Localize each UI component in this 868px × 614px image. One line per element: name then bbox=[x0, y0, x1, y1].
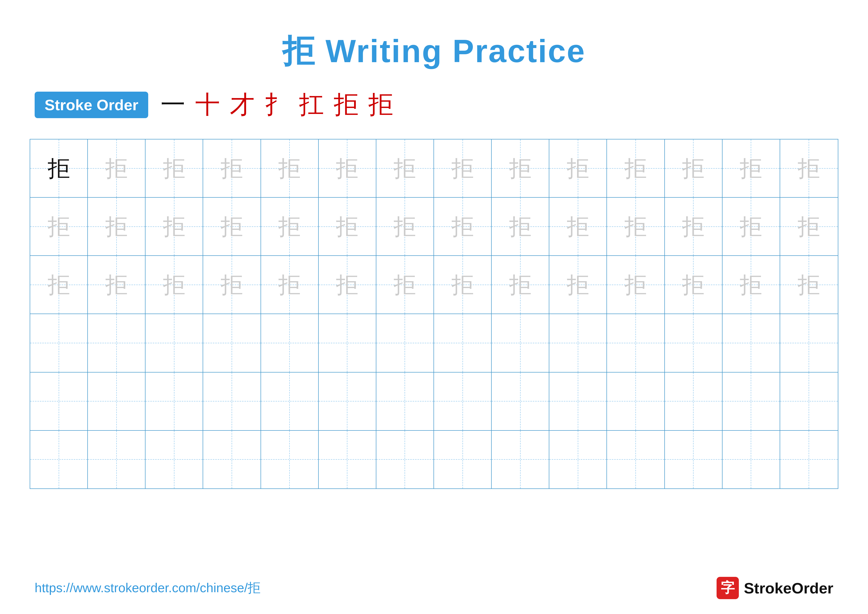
footer-url: https://www.strokeorder.com/chinese/拒 bbox=[35, 579, 260, 597]
footer: https://www.strokeorder.com/chinese/拒 字 … bbox=[35, 577, 833, 599]
grid-cell[interactable]: 拒 bbox=[377, 373, 434, 430]
grid-cell[interactable]: 拒 bbox=[319, 197, 377, 255]
grid-cell[interactable]: 拒 bbox=[665, 314, 722, 372]
grid-row-3: 拒 拒 拒 拒 拒 拒 拒 拒 拒 拒 拒 拒 拒 拒 bbox=[30, 256, 838, 314]
grid-cell[interactable]: 拒 bbox=[607, 431, 665, 488]
grid-cell[interactable]: 拒 bbox=[434, 140, 491, 197]
stroke-6: 拒 bbox=[334, 88, 358, 121]
grid-row-6: 拒 拒 拒 拒 拒 拒 拒 拒 拒 拒 拒 拒 拒 拒 bbox=[30, 431, 838, 488]
grid-cell[interactable]: 拒 bbox=[491, 256, 549, 314]
grid-cell[interactable]: 拒 bbox=[780, 314, 838, 372]
grid-cell[interactable]: 拒 bbox=[319, 314, 377, 372]
grid-cell[interactable]: 拒 bbox=[780, 431, 838, 488]
grid-cell[interactable]: 拒 bbox=[549, 314, 607, 372]
stroke-2: 十 bbox=[195, 88, 220, 121]
grid-cell[interactable]: 拒 bbox=[30, 373, 88, 430]
grid-cell[interactable]: 拒 bbox=[203, 373, 261, 430]
grid-cell[interactable]: 拒 bbox=[261, 140, 319, 197]
grid-cell[interactable]: 拒 bbox=[607, 256, 665, 314]
grid-cell[interactable]: 拒 bbox=[491, 431, 549, 488]
grid-cell[interactable]: 拒 bbox=[722, 140, 780, 197]
grid-cell[interactable]: 拒 bbox=[377, 256, 434, 314]
grid-cell[interactable]: 拒 bbox=[319, 431, 377, 488]
grid-cell[interactable]: 拒 bbox=[491, 373, 549, 430]
grid-row-5: 拒 拒 拒 拒 拒 拒 拒 拒 拒 拒 拒 拒 拒 拒 bbox=[30, 373, 838, 431]
grid-cell[interactable]: 拒 bbox=[722, 431, 780, 488]
grid-cell[interactable]: 拒 bbox=[780, 256, 838, 314]
grid-cell[interactable]: 拒 bbox=[665, 373, 722, 430]
grid-cell[interactable]: 拒 bbox=[146, 314, 203, 372]
grid-cell[interactable]: 拒 bbox=[319, 140, 377, 197]
grid-cell[interactable]: 拒 bbox=[722, 314, 780, 372]
grid-cell[interactable]: 拒 bbox=[549, 431, 607, 488]
grid-cell[interactable]: 拒 bbox=[146, 140, 203, 197]
grid-cell[interactable]: 拒 bbox=[434, 256, 491, 314]
grid-cell[interactable]: 拒 bbox=[146, 431, 203, 488]
grid-cell[interactable]: 拒 bbox=[88, 140, 146, 197]
grid-cell[interactable]: 拒 bbox=[434, 197, 491, 255]
grid-cell[interactable]: 拒 bbox=[203, 314, 261, 372]
grid-cell[interactable]: 拒 bbox=[203, 256, 261, 314]
grid-cell[interactable]: 拒 bbox=[30, 314, 88, 372]
grid-cell[interactable]: 拒 bbox=[665, 431, 722, 488]
grid-cell[interactable]: 拒 bbox=[30, 256, 88, 314]
grid-cell[interactable]: 拒 bbox=[88, 373, 146, 430]
grid-cell[interactable]: 拒 bbox=[319, 373, 377, 430]
grid-cell[interactable]: 拒 bbox=[722, 373, 780, 430]
grid-cell[interactable]: 拒 bbox=[780, 373, 838, 430]
stroke-7: 拒 bbox=[369, 88, 393, 121]
grid-cell[interactable]: 拒 bbox=[261, 314, 319, 372]
grid-cell[interactable]: 拒 bbox=[491, 140, 549, 197]
grid-cell[interactable]: 拒 bbox=[30, 197, 88, 255]
grid-cell[interactable]: 拒 bbox=[377, 140, 434, 197]
grid-row-4: 拒 拒 拒 拒 拒 拒 拒 拒 拒 拒 拒 拒 拒 拒 bbox=[30, 314, 838, 372]
grid-cell[interactable]: 拒 bbox=[88, 431, 146, 488]
grid-cell[interactable]: 拒 bbox=[665, 256, 722, 314]
grid-cell[interactable]: 拒 bbox=[146, 197, 203, 255]
grid-cell[interactable]: 拒 bbox=[377, 197, 434, 255]
grid-cell[interactable]: 拒 bbox=[146, 256, 203, 314]
grid-cell[interactable]: 拒 bbox=[607, 373, 665, 430]
grid-cell[interactable]: 拒 bbox=[261, 431, 319, 488]
grid-cell[interactable]: 拒 bbox=[549, 140, 607, 197]
grid-cell[interactable]: 拒 bbox=[722, 197, 780, 255]
grid-row-2: 拒 拒 拒 拒 拒 拒 拒 拒 拒 拒 拒 拒 拒 拒 bbox=[30, 197, 838, 256]
practice-grid: 拒 拒 拒 拒 拒 拒 拒 拒 拒 拒 拒 拒 拒 拒 拒 拒 拒 拒 拒 拒 … bbox=[30, 139, 838, 489]
grid-cell[interactable]: 拒 bbox=[88, 197, 146, 255]
grid-cell[interactable]: 拒 bbox=[146, 373, 203, 430]
grid-cell[interactable]: 拒 bbox=[30, 431, 88, 488]
grid-cell[interactable]: 拒 bbox=[88, 256, 146, 314]
grid-cell[interactable]: 拒 bbox=[607, 140, 665, 197]
grid-cell[interactable]: 拒 bbox=[261, 197, 319, 255]
grid-cell[interactable]: 拒 bbox=[203, 431, 261, 488]
grid-cell[interactable]: 拒 bbox=[203, 140, 261, 197]
grid-cell[interactable]: 拒 bbox=[319, 256, 377, 314]
grid-row-1: 拒 拒 拒 拒 拒 拒 拒 拒 拒 拒 拒 拒 拒 拒 bbox=[30, 140, 838, 197]
grid-cell[interactable]: 拒 bbox=[491, 314, 549, 372]
grid-cell[interactable]: 拒 bbox=[780, 197, 838, 255]
grid-cell[interactable]: 拒 bbox=[722, 256, 780, 314]
page-title: 拒 Writing Practice bbox=[0, 0, 868, 73]
grid-cell[interactable]: 拒 bbox=[434, 373, 491, 430]
grid-cell[interactable]: 拒 bbox=[434, 314, 491, 372]
grid-cell[interactable]: 拒 bbox=[549, 256, 607, 314]
grid-cell[interactable]: 拒 bbox=[607, 197, 665, 255]
grid-cell[interactable]: 拒 bbox=[665, 197, 722, 255]
grid-cell[interactable]: 拒 bbox=[377, 314, 434, 372]
grid-cell[interactable]: 拒 bbox=[30, 140, 88, 197]
grid-cell[interactable]: 拒 bbox=[491, 197, 549, 255]
grid-cell[interactable]: 拒 bbox=[88, 314, 146, 372]
grid-cell[interactable]: 拒 bbox=[261, 373, 319, 430]
grid-cell[interactable]: 拒 bbox=[434, 431, 491, 488]
grid-cell[interactable]: 拒 bbox=[607, 314, 665, 372]
grid-cell[interactable]: 拒 bbox=[780, 140, 838, 197]
stroke-4: 扌 bbox=[265, 88, 289, 121]
grid-cell[interactable]: 拒 bbox=[665, 140, 722, 197]
grid-cell[interactable]: 拒 bbox=[549, 197, 607, 255]
grid-cell[interactable]: 拒 bbox=[377, 431, 434, 488]
grid-cell[interactable]: 拒 bbox=[203, 197, 261, 255]
footer-brand: 字 StrokeOrder bbox=[716, 577, 833, 599]
grid-cell[interactable]: 拒 bbox=[549, 373, 607, 430]
stroke-order-badge: Stroke Order bbox=[35, 92, 148, 118]
grid-cell[interactable]: 拒 bbox=[261, 256, 319, 314]
